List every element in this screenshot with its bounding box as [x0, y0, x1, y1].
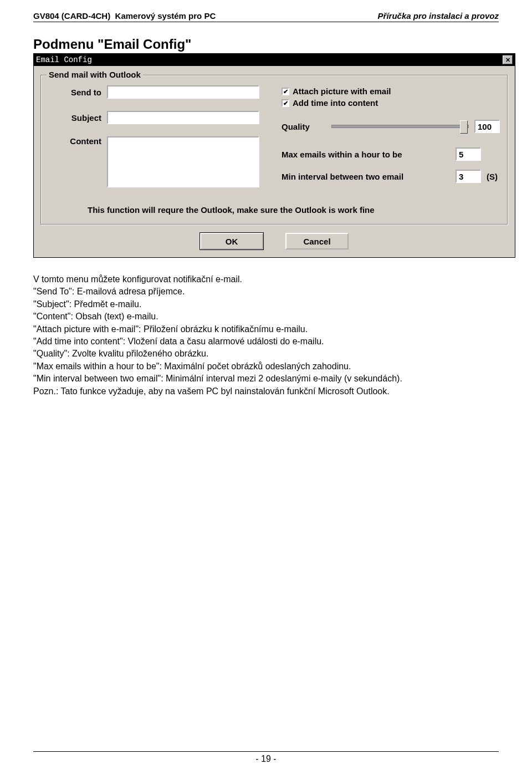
header-doctype: Příručka pro instalaci a provoz	[378, 11, 499, 21]
header-model: GV804 (CARD-4CH)	[33, 11, 110, 21]
quality-slider[interactable]	[331, 120, 469, 133]
document-header: GV804 (CARD-4CH) Kamerový systém pro PC …	[33, 11, 499, 22]
explain-line: "Max emails within a hour to be": Maximá…	[33, 360, 499, 373]
max-emails-input[interactable]: 5	[456, 147, 481, 161]
explain-line: "Add time into content": Vložení data a …	[33, 335, 499, 348]
page-footer: - 19 -	[33, 751, 499, 764]
ok-button[interactable]: OK	[200, 233, 263, 249]
explain-line: "Quality": Zvolte kvalitu přiloženého ob…	[33, 348, 499, 360]
explain-line: "Attach picture with e-mail": Přiložení …	[33, 323, 499, 335]
explain-line: Pozn.: Tato funkce vyžaduje, aby na vaše…	[33, 385, 499, 398]
checkbox-add-time[interactable]: ✔	[282, 99, 289, 107]
explain-line: "Min interval between two email": Minimá…	[33, 373, 499, 385]
explain-line: "Content": Obsah (text) e-mailu.	[33, 310, 499, 323]
quality-value[interactable]: 100	[474, 120, 500, 133]
section-title: Podmenu "Email Config"	[33, 37, 499, 52]
dialog-email-config: Email Config ✕ Send mail with Outlook Se…	[33, 53, 515, 258]
outlook-note: This function will requre the Outlook, m…	[88, 205, 500, 215]
send-to-input[interactable]	[107, 85, 259, 99]
label-min-interval: Min interval between two email	[282, 172, 450, 181]
explanation-text: V tomto menu můžete konfigurovat notifik…	[33, 273, 499, 398]
cancel-button[interactable]: Cancel	[285, 233, 349, 249]
close-icon[interactable]: ✕	[503, 55, 513, 64]
label-quality: Quality	[282, 122, 326, 131]
label-add-time: Add time into content	[293, 98, 378, 108]
groupbox-legend: Send mail with Outlook	[47, 70, 143, 79]
label-min-interval-unit: (S)	[487, 172, 500, 181]
header-product: Kamerový systém pro PC	[115, 11, 216, 21]
explain-line: V tomto menu můžete konfigurovat notifik…	[33, 273, 499, 286]
page-number: - 19 -	[255, 754, 276, 763]
label-send-to: Send to	[49, 88, 107, 97]
explain-line: "Send To": E-mailová adresa příjemce.	[33, 286, 499, 298]
dialog-titlebar: Email Config ✕	[34, 54, 515, 66]
checkbox-attach-picture[interactable]: ✔	[282, 88, 289, 95]
label-subject: Subject	[49, 113, 107, 123]
content-input[interactable]	[107, 136, 259, 187]
label-attach-picture: Attach picture with email	[293, 86, 391, 96]
label-max-emails: Max emails within a hour to be	[282, 150, 450, 159]
groupbox-send-mail: Send mail with Outlook Send to Subject	[40, 75, 508, 225]
dialog-title: Email Config	[36, 55, 92, 64]
subject-input[interactable]	[107, 111, 259, 124]
label-content: Content	[49, 134, 107, 146]
explain-line: "Subject": Předmět e-mailu.	[33, 298, 499, 310]
min-interval-input[interactable]: 3	[456, 170, 481, 183]
